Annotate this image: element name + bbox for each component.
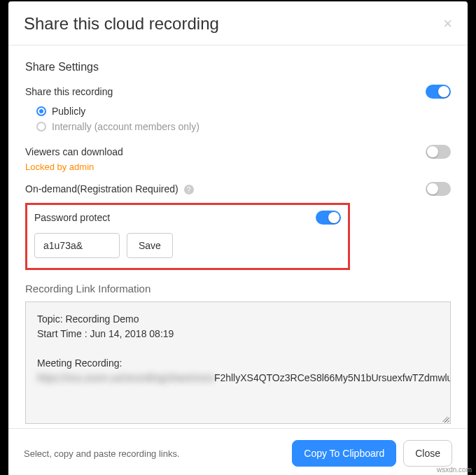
share-recording-label: Share this recording — [25, 86, 113, 97]
share-recording-row: Share this recording — [25, 85, 451, 99]
radio-unselected-icon — [36, 122, 46, 132]
modal-header: Share this cloud recording × — [8, 1, 468, 45]
viewers-download-label: Viewers can download — [25, 146, 123, 157]
copy-to-clipboard-button[interactable]: Copy To Clipboard — [292, 440, 396, 467]
resize-handle-icon[interactable] — [440, 413, 449, 422]
toggle-knob — [438, 86, 449, 97]
recording-url-obscured: https://xxx.zoom.us/recording/share/xxxx — [37, 372, 214, 383]
start-time-label: Start Time : — [37, 328, 88, 339]
close-button[interactable]: Close — [403, 440, 452, 467]
share-recording-toggle[interactable] — [426, 85, 451, 99]
on-demand-toggle[interactable] — [426, 182, 451, 196]
radio-selected-icon — [36, 106, 46, 116]
modal-title: Share this cloud recording — [24, 14, 219, 34]
on-demand-text: On-demand(Registration Required) — [25, 183, 178, 194]
footer-actions: Copy To Clipboard Close — [292, 440, 452, 467]
visibility-public-label: Publicly — [52, 106, 85, 117]
recording-link-textarea[interactable]: Topic: Recording Demo Start Time : Jun 1… — [25, 302, 451, 424]
save-button[interactable]: Save — [127, 233, 173, 258]
share-recording-modal: Share this cloud recording × Share Setti… — [8, 1, 468, 475]
visibility-public-option[interactable]: Publicly — [36, 106, 451, 117]
meeting-recording-label: Meeting Recording: — [37, 357, 122, 369]
password-input[interactable] — [34, 233, 120, 258]
locked-by-admin-note: Locked by admin — [25, 162, 451, 172]
visibility-internal-label: Internally (account members only) — [52, 121, 200, 132]
toggle-knob — [328, 212, 340, 223]
help-icon[interactable]: ? — [184, 185, 194, 194]
on-demand-row: On-demand(Registration Required) ? — [25, 182, 451, 196]
visibility-radio-group: Publicly Internally (account members onl… — [36, 106, 451, 132]
password-protect-toggle[interactable] — [316, 211, 341, 225]
toggle-knob — [427, 183, 438, 194]
footer-hint: Select, copy and paste recording links. — [24, 448, 180, 459]
start-time-value: Jun 14, 2018 08:19 — [90, 328, 174, 339]
modal-body: Share Settings Share this recording Publ… — [8, 45, 468, 428]
modal-footer: Select, copy and paste recording links. … — [8, 428, 468, 475]
viewers-download-toggle — [426, 145, 451, 159]
password-protect-highlight: Password protect Save — [25, 203, 350, 270]
share-settings-heading: Share Settings — [25, 61, 451, 73]
viewers-download-row: Viewers can download — [25, 145, 451, 159]
recording-url-suffix: F2hllyXS4QTOz3RCeS8l66My5N1bUrsuexfwTZdm… — [214, 372, 451, 383]
watermark: wsxdn.com — [437, 466, 472, 474]
link-info-heading: Recording Link Information — [25, 283, 451, 295]
visibility-internal-option[interactable]: Internally (account members only) — [36, 121, 451, 132]
password-protect-row: Password protect — [34, 211, 341, 225]
topic-value: Recording Demo — [65, 313, 139, 325]
topic-label: Topic: — [37, 313, 63, 325]
password-protect-label: Password protect — [34, 212, 110, 223]
toggle-knob — [427, 146, 438, 157]
close-icon[interactable]: × — [443, 16, 452, 31]
password-input-row: Save — [34, 233, 341, 258]
on-demand-label: On-demand(Registration Required) ? — [25, 183, 194, 194]
